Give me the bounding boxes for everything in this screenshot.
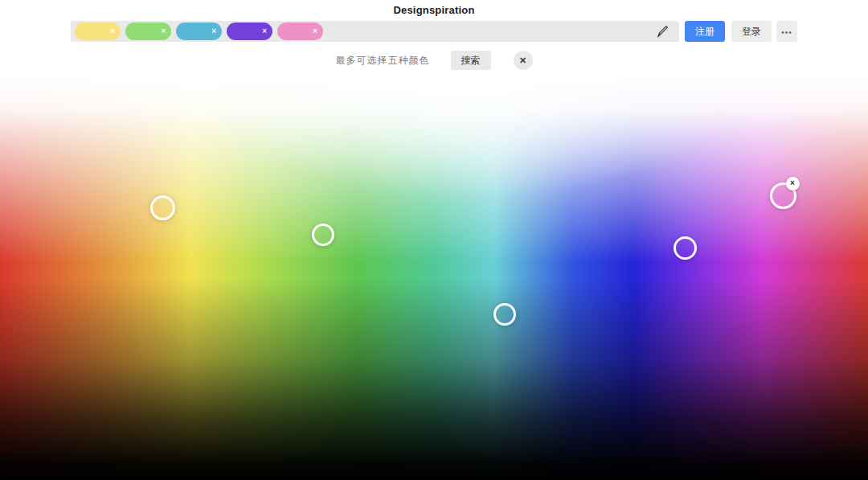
color-picker-marker-5[interactable]: × bbox=[770, 183, 796, 209]
color-chip-yellow-chip[interactable]: × bbox=[75, 23, 121, 40]
more-options-button[interactable]: ••• bbox=[776, 21, 797, 42]
color-picker-marker-4[interactable] bbox=[674, 236, 697, 260]
chip-remove-icon[interactable]: × bbox=[110, 27, 115, 35]
color-chip-pink-chip[interactable]: × bbox=[277, 23, 323, 40]
color-spectrum-canvas[interactable]: × bbox=[0, 76, 868, 480]
page-title: Designspiration bbox=[0, 4, 868, 16]
color-limit-hint: 最多可选择五种颜色 bbox=[336, 54, 430, 68]
chip-list: ××××× bbox=[75, 21, 328, 42]
color-chip-cyan-chip[interactable]: × bbox=[176, 23, 222, 40]
color-chip-purple-chip[interactable]: × bbox=[227, 23, 272, 40]
color-picker-marker-3[interactable] bbox=[493, 303, 516, 326]
marker-remove-button[interactable]: × bbox=[786, 177, 800, 191]
page: Designspiration ××××× 注册 登录 ••• 最多可选择五种颜… bbox=[0, 0, 868, 480]
close-search-button[interactable]: ✕ bbox=[514, 51, 533, 70]
login-button[interactable]: 登录 bbox=[731, 21, 772, 42]
chip-remove-icon[interactable]: × bbox=[262, 27, 267, 35]
search-button[interactable]: 搜索 bbox=[451, 51, 491, 70]
color-chip-green-chip[interactable]: × bbox=[125, 23, 171, 40]
color-search-bar[interactable]: ××××× bbox=[71, 21, 679, 42]
subheader: 最多可选择五种颜色 搜索 ✕ bbox=[0, 50, 868, 71]
color-picker-marker-1[interactable] bbox=[150, 195, 175, 220]
color-picker-marker-2[interactable] bbox=[312, 224, 334, 246]
chip-remove-icon[interactable]: × bbox=[161, 27, 166, 35]
register-button[interactable]: 注册 bbox=[685, 21, 725, 42]
close-icon: ✕ bbox=[519, 56, 526, 65]
chip-remove-icon[interactable]: × bbox=[313, 27, 317, 35]
chip-remove-icon[interactable]: × bbox=[211, 27, 216, 35]
pen-tool-button[interactable] bbox=[650, 21, 674, 42]
pen-icon bbox=[655, 24, 669, 39]
